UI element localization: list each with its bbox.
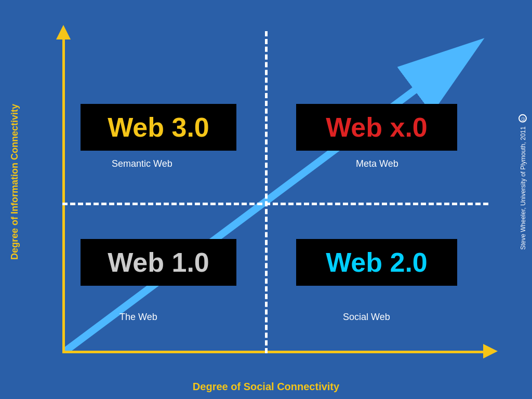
y-axis-label: Degree of Information Connectivity (9, 104, 41, 260)
web10-sublabel: The Web (119, 312, 157, 323)
web30-title: Web 3.0 (108, 112, 209, 143)
web10-title: Web 1.0 (108, 247, 209, 278)
v-dashed-line (265, 31, 268, 353)
copyright-icon: © (518, 114, 527, 123)
web30-sublabel: Semantic Web (112, 158, 172, 169)
web20-title: Web 2.0 (326, 247, 428, 278)
x-axis (62, 351, 488, 353)
webx0-sublabel: Meta Web (356, 158, 398, 169)
h-dashed-line (62, 203, 488, 205)
copyright-text: Steve Wheeler, University of Plymouth, 2… (518, 114, 527, 250)
diagonal-arrow (62, 31, 488, 353)
web20-box: Web 2.0 (296, 239, 457, 286)
webx0-box: Web x.0 (296, 104, 457, 151)
x-axis-label: Degree of Social Connectivity (193, 381, 339, 393)
webx0-title: Web x.0 (326, 112, 428, 143)
web30-box: Web 3.0 (81, 104, 236, 151)
web10-box: Web 1.0 (81, 239, 236, 286)
x-axis-arrow (483, 344, 498, 358)
web20-sublabel: Social Web (343, 312, 390, 323)
chart-area: Degree of Information Connectivity Degre… (0, 0, 532, 399)
y-axis-arrow (56, 25, 71, 39)
svg-line-1 (62, 47, 473, 353)
y-axis (62, 31, 65, 353)
